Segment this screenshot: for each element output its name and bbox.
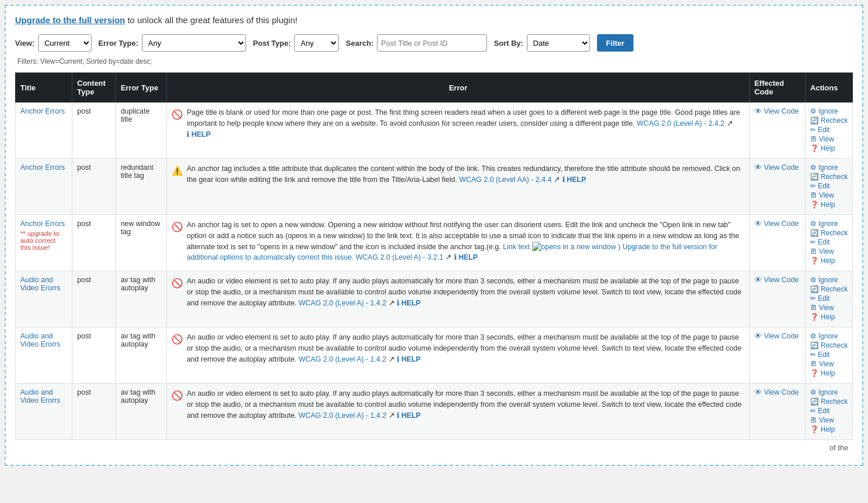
help-inline-link[interactable]: ℹ HELP xyxy=(562,174,586,185)
wcag-link[interactable]: WCAG 2.0 (Level AA) - 2.4.4 xyxy=(459,176,552,184)
ignore-icon: ⚙ xyxy=(810,276,816,284)
help-link[interactable]: ❓Help xyxy=(810,425,848,433)
help-link[interactable]: ❓Help xyxy=(810,201,848,209)
ignore-link[interactable]: ⚙Ignore xyxy=(810,276,848,284)
recheck-link[interactable]: 🔄Recheck xyxy=(810,173,848,181)
view-code-link[interactable]: 👁 View Code xyxy=(755,220,799,228)
wcag-link[interactable]: WCAG 2.0 (Level A) - 2.4.2 xyxy=(637,119,724,127)
wcag-link[interactable]: WCAG 2.0 (Level A) - 1.4.2 xyxy=(299,411,386,420)
view-code-link[interactable]: 👁 View Code xyxy=(755,388,799,396)
ignore-link[interactable]: ⚙Ignore xyxy=(810,388,848,396)
view-link[interactable]: 🖹View xyxy=(810,304,848,312)
ignore-link[interactable]: ⚙Ignore xyxy=(810,163,848,172)
warn-icon: ⚠️ xyxy=(171,164,183,178)
edit-link[interactable]: ✏Edit xyxy=(810,182,848,190)
error-type-label: Error Type: xyxy=(98,39,138,48)
edit-link[interactable]: ✏Edit xyxy=(810,294,848,302)
view-label: View: xyxy=(15,39,35,48)
view-code-link[interactable]: 👁 View Code xyxy=(755,276,799,284)
help-inline-link[interactable]: ℹ HELP xyxy=(454,252,478,263)
pagination-row: of the xyxy=(15,440,853,455)
edit-link[interactable]: ✏Edit xyxy=(810,126,848,134)
help-inline-link[interactable]: ℹ HELP xyxy=(397,410,420,421)
error-type-select[interactable]: Any duplicate title redundant title tag … xyxy=(142,34,246,52)
view-link[interactable]: 🖹View xyxy=(810,135,848,143)
external-link-icon: ↗ xyxy=(727,119,733,127)
cell-content-type: post xyxy=(72,327,116,384)
help-link[interactable]: ❓Help xyxy=(810,144,848,152)
title-link[interactable]: Audio and Video Erorrs xyxy=(20,388,60,404)
help-inline-link[interactable]: ℹ HELP xyxy=(186,129,210,140)
cell-error-type: redundant title tag xyxy=(116,159,167,215)
table-row: Audio and Video Erorrspostav tag with au… xyxy=(16,327,853,384)
cell-actions: ⚙Ignore🔄Recheck✏Edit🖹View❓Help xyxy=(805,327,853,384)
col-header-title: Title xyxy=(16,73,72,103)
recheck-icon: 🔄 xyxy=(810,398,819,406)
upgrade-link[interactable]: Upgrade to the full version xyxy=(15,15,125,25)
cell-content-type: post xyxy=(72,159,116,215)
edit-icon: ✏ xyxy=(810,351,816,359)
sort-by-select[interactable]: Date Title Error Type xyxy=(527,34,590,52)
post-type-label: Post Type: xyxy=(253,39,291,48)
help-link[interactable]: ❓Help xyxy=(810,313,848,321)
title-link[interactable]: Anchor Errors xyxy=(20,220,65,228)
error-icon-block: 🚫 An audio or video element is set to au… xyxy=(171,388,744,421)
help-inline-link[interactable]: ℹ HELP xyxy=(397,354,420,365)
error-description: An audio or video element is set to auto… xyxy=(186,332,744,365)
ignore-icon: ⚙ xyxy=(810,388,816,396)
stop-icon: 🚫 xyxy=(171,333,183,347)
cell-effected-code: 👁 View Code xyxy=(749,215,805,271)
stop-icon: 🚫 xyxy=(171,220,183,234)
recheck-link[interactable]: 🔄Recheck xyxy=(810,341,848,349)
table-header-row: Title Content Type Error Type Error Effe… xyxy=(16,73,853,103)
wcag-link[interactable]: WCAG 2.0 (Level A) - 1.4.2 xyxy=(299,355,386,363)
search-filter-group: Search: xyxy=(346,34,487,52)
title-link[interactable]: Audio and Video Erorrs xyxy=(20,276,60,292)
filter-button[interactable]: Filter xyxy=(597,34,634,52)
table-row: Audio and Video Erorrspostav tag with au… xyxy=(16,271,853,327)
ignore-link[interactable]: ⚙Ignore xyxy=(810,220,848,228)
recheck-link[interactable]: 🔄Recheck xyxy=(810,398,848,406)
cell-error-type: duplicate title xyxy=(116,103,167,159)
errors-table: Title Content Type Error Type Error Effe… xyxy=(15,72,853,440)
help-link[interactable]: ❓Help xyxy=(810,257,848,265)
view-select[interactable]: Current All xyxy=(38,34,91,52)
title-link[interactable]: Anchor Errors xyxy=(20,163,65,172)
ignore-link[interactable]: ⚙Ignore xyxy=(810,332,848,340)
view-code-link[interactable]: 👁 View Code xyxy=(755,107,799,115)
external-link-icon: ↗ xyxy=(389,411,395,420)
wcag-link[interactable]: WCAG 2.0 (Level A) - 1.4.2 xyxy=(299,299,386,307)
edit-link[interactable]: ✏Edit xyxy=(810,351,848,359)
help-link[interactable]: ❓Help xyxy=(810,369,848,377)
title-link[interactable]: Anchor Errors xyxy=(20,107,65,115)
recheck-link[interactable]: 🔄Recheck xyxy=(810,116,848,125)
error-description: An audio or video element is set to auto… xyxy=(186,276,744,308)
error-description: An anchor tag includes a title attribute… xyxy=(186,163,744,185)
view-link[interactable]: 🖹View xyxy=(810,247,848,256)
col-header-error-type: Error Type xyxy=(116,73,167,103)
edit-link[interactable]: ✏Edit xyxy=(810,238,848,246)
ignore-link[interactable]: ⚙Ignore xyxy=(810,107,848,115)
error-description: An audio or video element is set to auto… xyxy=(186,388,744,421)
help-inline-link[interactable]: ℹ HELP xyxy=(397,298,420,309)
table-row: Audio and Video Erorrspostav tag with au… xyxy=(16,384,853,440)
edit-icon: ✏ xyxy=(810,294,816,302)
view-code-link[interactable]: 👁 View Code xyxy=(755,332,799,340)
view-link[interactable]: 🖹View xyxy=(810,360,848,368)
view-icon: 🖹 xyxy=(810,247,817,256)
edit-link[interactable]: ✏Edit xyxy=(810,407,848,415)
post-type-select[interactable]: Any post page xyxy=(294,34,339,52)
wcag-link[interactable]: WCAG 2.0 (Level A) - 3.2.1 xyxy=(356,253,443,261)
help-icon: ❓ xyxy=(810,313,819,321)
recheck-link[interactable]: 🔄Recheck xyxy=(810,285,848,293)
recheck-link[interactable]: 🔄Recheck xyxy=(810,229,848,237)
post-type-filter-group: Post Type: Any post page xyxy=(253,34,339,52)
view-link[interactable]: 🖹View xyxy=(810,191,848,199)
view-link[interactable]: 🖹View xyxy=(810,416,848,424)
title-link[interactable]: Audio and Video Erorrs xyxy=(20,332,60,348)
view-icon: 🖹 xyxy=(810,191,817,199)
view-code-link[interactable]: 👁 View Code xyxy=(755,163,799,172)
error-icon-block: 🚫 Page title is blank or used for more t… xyxy=(171,107,744,140)
ignore-icon: ⚙ xyxy=(810,107,816,115)
search-input[interactable] xyxy=(377,34,487,52)
